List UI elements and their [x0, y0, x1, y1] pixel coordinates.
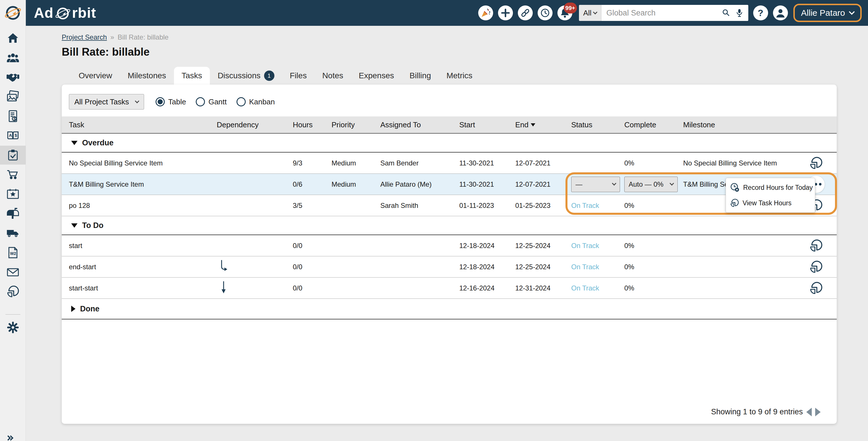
cell-task[interactable]: po 128: [69, 202, 217, 210]
table-row[interactable]: No Special Billing Service Item 9/3 Medi…: [62, 152, 837, 174]
view-option-table[interactable]: Table: [156, 97, 186, 106]
table-row-highlighted[interactable]: T&M Billing Service Item 0/6 Medium Alli…: [62, 174, 837, 195]
view-task-hours-button[interactable]: [809, 156, 824, 171]
clipboard-check-icon: [7, 149, 19, 162]
pie-chart-icon: [809, 281, 823, 295]
radio-icon: [237, 97, 246, 106]
cell-task[interactable]: end-start: [69, 263, 217, 271]
view-task-hours-button[interactable]: [809, 238, 824, 253]
column-header-assigned[interactable]: Assigned To: [380, 121, 459, 129]
column-header-status[interactable]: Status: [571, 121, 624, 129]
collapse-triangle-icon: [71, 141, 78, 145]
column-header-dependency[interactable]: Dependency: [217, 121, 293, 129]
tab-metrics[interactable]: Metrics: [439, 67, 480, 84]
sidebar-item-events[interactable]: [0, 185, 26, 204]
search-scope-select[interactable]: All: [579, 5, 601, 21]
tab-label: Tasks: [182, 71, 203, 80]
sidebar-item-sales[interactable]: [0, 68, 26, 87]
column-header-complete[interactable]: Complete: [624, 121, 683, 129]
view-option-kanban[interactable]: Kanban: [237, 97, 275, 106]
whats-new-button[interactable]: [478, 5, 493, 20]
table-row[interactable]: start-start 0/0 12-16-2024 12-31-2024 On…: [62, 277, 837, 299]
brand-wordmark[interactable]: Ad rbit: [26, 5, 96, 21]
sidebar-item-orders[interactable]: [0, 165, 26, 184]
tasks-panel: All Project Tasks Table Gantt Kanban: [62, 84, 837, 424]
cell-task[interactable]: start-start: [69, 284, 217, 292]
previous-page-icon[interactable]: [806, 408, 812, 416]
menu-item-view-task-hours[interactable]: View Task Hours: [726, 195, 815, 211]
menu-item-record-hours[interactable]: Record Hours for Today: [726, 180, 815, 195]
cell-task[interactable]: No Special Billing Service Item: [69, 159, 217, 167]
sidebar-item-settings[interactable]: [0, 318, 26, 337]
finish-to-start-dependency-icon: [220, 260, 228, 273]
cell-complete: 0%: [624, 242, 683, 250]
cell-task[interactable]: start: [69, 242, 217, 250]
group-row-done[interactable]: Done: [62, 299, 837, 319]
sidebar-item-projects[interactable]: [0, 146, 26, 165]
complete-select[interactable]: Auto — 0%: [624, 177, 678, 192]
status-select[interactable]: —: [571, 177, 620, 192]
sidebar-item-reports[interactable]: [0, 282, 26, 301]
cell-status: On Track: [571, 242, 624, 250]
radio-icon: [196, 97, 205, 106]
cell-start: 12-18-2024: [459, 263, 515, 271]
quick-add-button[interactable]: [498, 5, 513, 20]
sidebar-item-media[interactable]: [0, 87, 26, 106]
task-filter-select[interactable]: All Project Tasks: [69, 94, 144, 109]
cell-end: 12-25-2024: [515, 263, 571, 271]
cell-dependency: [217, 281, 293, 296]
tab-billing[interactable]: Billing: [402, 67, 439, 84]
sidebar-collapse-button[interactable]: [6, 436, 11, 440]
microphone-icon[interactable]: [735, 9, 744, 17]
column-header-start[interactable]: Start: [459, 121, 515, 129]
group-row-overdue[interactable]: Overdue: [62, 134, 837, 152]
sidebar-item-w2-forms[interactable]: W2: [0, 243, 26, 262]
tab-tasks[interactable]: Tasks: [174, 67, 210, 84]
tab-milestones[interactable]: Milestones: [120, 67, 174, 84]
view-option-label: Kanban: [249, 98, 275, 106]
sidebar-item-price-book[interactable]: A $: [0, 126, 26, 145]
breadcrumb-link-project-search[interactable]: Project Search: [62, 33, 107, 41]
links-button[interactable]: [518, 5, 533, 20]
sidebar-item-invoices[interactable]: $: [0, 107, 26, 126]
cell-hours: 3/5: [293, 202, 332, 210]
table-row[interactable]: start 0/0 12-18-2024 12-25-2024 On Track…: [62, 235, 837, 256]
tab-notes[interactable]: Notes: [315, 67, 351, 84]
sidebar-item-home[interactable]: [0, 29, 26, 47]
next-page-icon[interactable]: [815, 408, 820, 416]
table-row[interactable]: end-start 0/0 12-18-2024 12-25-2024 On T…: [62, 256, 837, 277]
view-task-hours-button[interactable]: [809, 281, 824, 296]
sidebar-item-mailbox[interactable]: [0, 204, 26, 223]
profile-button[interactable]: [773, 5, 788, 20]
app-logo[interactable]: [0, 0, 26, 26]
column-header-hours[interactable]: Hours: [293, 121, 332, 129]
tab-files[interactable]: Files: [282, 67, 315, 84]
user-menu[interactable]: Allie Pataro: [794, 4, 862, 22]
cell-hours: 0/0: [293, 242, 332, 250]
column-header-milestone[interactable]: Milestone: [683, 121, 804, 129]
column-header-task[interactable]: Task: [69, 121, 217, 129]
truck-icon: [6, 227, 20, 239]
cell-hours: 0/6: [293, 180, 332, 189]
view-option-gantt[interactable]: Gantt: [196, 97, 227, 106]
tab-overview[interactable]: Overview: [71, 67, 120, 84]
sidebar-item-delivery[interactable]: [0, 224, 26, 243]
view-task-hours-button[interactable]: [809, 260, 824, 274]
invoice-icon: $: [7, 110, 19, 123]
tab-expenses[interactable]: Expenses: [351, 67, 402, 84]
column-header-end[interactable]: End: [515, 121, 571, 129]
notifications-button[interactable]: 99+: [557, 5, 572, 20]
tab-label: Discussions: [218, 71, 260, 80]
cell-status: On Track: [571, 284, 624, 292]
cell-task[interactable]: T&M Billing Service Item: [69, 180, 217, 189]
column-header-priority[interactable]: Priority: [332, 121, 380, 129]
table-row[interactable]: po 128 3/5 Sarah Smith 01-11-2023 01-25-…: [62, 195, 837, 216]
help-button[interactable]: ?: [753, 5, 768, 20]
sidebar-item-contacts[interactable]: [0, 48, 26, 67]
group-row-to-do[interactable]: To Do: [62, 216, 837, 235]
history-button[interactable]: [538, 5, 553, 20]
tab-discussions[interactable]: Discussions 1: [210, 67, 282, 84]
search-icon[interactable]: [722, 9, 731, 17]
cell-complete: 0%: [624, 284, 683, 292]
sidebar-item-email[interactable]: [0, 263, 26, 281]
